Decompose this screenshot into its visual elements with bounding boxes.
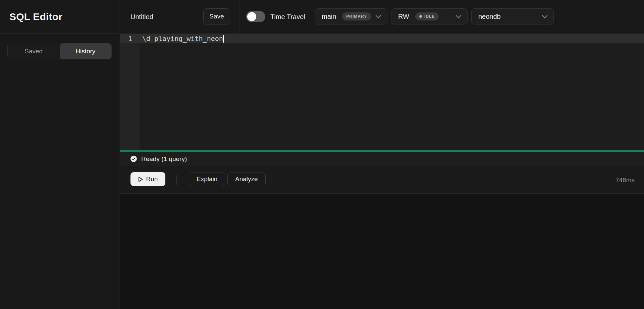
ready-check-icon [130,156,137,162]
saved-history-tab-group: Saved History [7,43,112,59]
branch-primary-badge: PRIMARY [342,12,371,20]
time-travel-toggle[interactable] [246,11,265,22]
query-duration: 748ms [615,166,635,194]
database-dropdown[interactable]: neondb [471,8,554,24]
compute-status-badge: IDLE [415,12,439,20]
editor-active-line[interactable]: 1 \d playing_with_neon [120,34,644,43]
explain-button[interactable]: Explain [189,172,225,186]
toggle-knob-icon [247,12,256,21]
time-travel-label: Time Travel [270,0,305,34]
run-button[interactable]: Run [130,172,165,186]
query-results: Table "public.playing_with_neon" Column … [120,194,644,309]
query-title: Untitled [130,0,153,34]
chevron-down-icon [376,13,381,18]
line-number: 1 [120,35,140,43]
sidebar-header: SQL Editor [0,0,119,34]
chevron-down-icon [456,13,462,18]
idle-status-dot-icon [419,15,422,18]
compute-dropdown[interactable]: RW IDLE [391,8,468,24]
code-line: \d playing_with_neon [140,35,224,43]
page-title: SQL Editor [9,11,62,22]
action-bar: Run Explain Analyze 748ms [120,166,644,194]
compute-name: RW [398,13,409,20]
sql-code-editor[interactable]: 1 \d playing_with_neon [120,34,644,150]
analyze-button[interactable]: Analyze [227,172,266,186]
editor-toolbar: Untitled Save Time Travel main PRIMARY R… [120,0,644,34]
status-bar: Ready (1 query) [120,152,644,166]
main-panel: Untitled Save Time Travel main PRIMARY R… [120,0,644,309]
play-icon [138,176,143,182]
chevron-down-icon [542,13,548,18]
branch-dropdown[interactable]: main PRIMARY [315,8,387,24]
toolbar-divider [239,0,239,34]
text-cursor [223,35,224,43]
editor-gutter [120,34,140,150]
branch-name: main [322,13,336,20]
tab-saved[interactable]: Saved [8,43,60,59]
status-text: Ready (1 query) [141,155,187,163]
database-name: neondb [478,13,501,20]
save-button[interactable]: Save [203,8,230,24]
tab-history[interactable]: History [60,43,112,59]
action-separator [176,175,177,185]
sidebar: SQL Editor Saved History [0,0,119,309]
